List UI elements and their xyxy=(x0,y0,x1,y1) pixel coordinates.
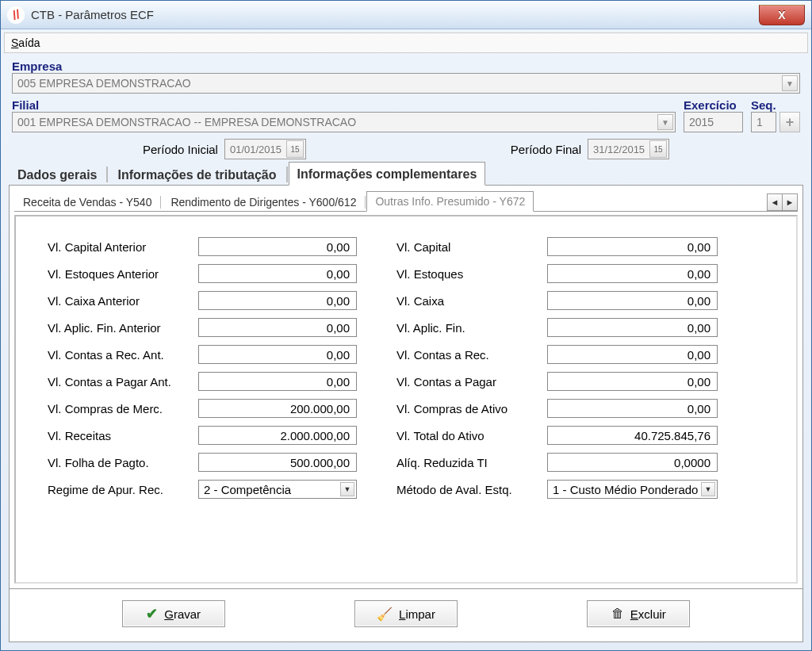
gravar-button[interactable]: ✔ Gravar xyxy=(122,600,225,627)
exercicio-field[interactable]: 2015 xyxy=(684,112,743,132)
numeric-input[interactable]: 0,00 xyxy=(198,237,357,256)
tab-informacoes-tributacao[interactable]: Informações de tributação xyxy=(109,163,285,186)
seq-label: Seq. xyxy=(751,98,800,112)
metodo-select[interactable]: 1 - Custo Médio Ponderado▼ xyxy=(547,480,718,499)
menubar: Saída xyxy=(4,33,808,53)
numeric-input[interactable]: 0,00 xyxy=(547,264,718,283)
numeric-input[interactable]: 0,00 xyxy=(198,291,357,310)
field-label: Vl. Contas a Rec. xyxy=(396,348,547,362)
empresa-combo[interactable]: 005 EMPRESA DEMONSTRACAO ▼ xyxy=(12,73,800,94)
field-label: Vl. Total do Ativo xyxy=(396,429,547,442)
close-button[interactable]: X xyxy=(759,5,805,25)
periodo-inicial-label: Período Inicial xyxy=(143,143,218,156)
field-label: Vl. Folha de Pagto. xyxy=(48,456,198,469)
dropdown-icon: ▼ xyxy=(340,482,354,496)
field-label: Vl. Contas a Pagar xyxy=(396,375,547,389)
subtab-y600[interactable]: Rendimento de Dirigentes - Y600/612 xyxy=(162,192,365,212)
numeric-input[interactable]: 0,00 xyxy=(198,372,357,391)
field-label: Vl. Contas a Pagar Ant. xyxy=(48,375,198,389)
filial-value: 001 EMPRESA DEMONSTRACAO -- EMPRESA DEMO… xyxy=(17,116,356,128)
subtabs-panel: Receita de Vendas - Y540 Rendimento de D… xyxy=(9,186,803,589)
field-label: Vl. Capital xyxy=(396,240,547,254)
regime-select[interactable]: 2 - Competência▼ xyxy=(198,480,357,499)
seq-add-button[interactable]: + xyxy=(779,112,800,132)
filial-combo[interactable]: 001 EMPRESA DEMONSTRACAO -- EMPRESA DEMO… xyxy=(12,112,676,132)
numeric-input[interactable]: 0,00 xyxy=(198,345,357,364)
dropdown-icon: ▼ xyxy=(657,114,673,130)
field-label: Vl. Estoques Anterior xyxy=(48,267,198,281)
trash-icon: 🗑 xyxy=(611,607,624,621)
field-label: Vl. Estoques xyxy=(396,267,547,281)
sub-tabs: Receita de Vendas - Y540 Rendimento de D… xyxy=(14,190,798,212)
field-label: Vl. Contas a Rec. Ant. xyxy=(48,348,198,362)
numeric-input[interactable]: 0,00 xyxy=(547,291,718,310)
numeric-input[interactable]: 0,00 xyxy=(547,372,718,391)
field-label: Vl. Aplic. Fin. Anterior xyxy=(48,321,198,335)
content-area: Empresa 005 EMPRESA DEMONSTRACAO ▼ Filia… xyxy=(1,53,811,650)
field-label: Vl. Compras de Merc. xyxy=(48,402,198,415)
dropdown-icon: ▼ xyxy=(701,482,715,496)
tab-scroll-left[interactable]: ◄ xyxy=(767,193,783,211)
calendar-icon[interactable]: 15 xyxy=(286,140,304,158)
field-label: Alíq. Reduzida TI xyxy=(396,456,547,469)
exercicio-value: 2015 xyxy=(689,116,714,128)
numeric-input[interactable]: 500.000,00 xyxy=(198,453,357,472)
numeric-input[interactable]: 200.000,00 xyxy=(198,399,357,418)
filial-label: Filial xyxy=(12,98,676,112)
broom-icon: 🧹 xyxy=(377,607,393,622)
numeric-input[interactable]: 0,00 xyxy=(198,318,357,337)
field-label: Vl. Caixa xyxy=(396,294,547,308)
empresa-value: 005 EMPRESA DEMONSTRACAO xyxy=(17,77,191,90)
form-panel: Vl. Capital Anterior0,00Vl. Capital0,00V… xyxy=(14,215,798,584)
subtab-y672[interactable]: Outras Info. Presumido - Y672 xyxy=(366,191,534,212)
field-label: Vl. Capital Anterior xyxy=(48,240,198,254)
periodo-inicial-value: 01/01/2015 xyxy=(230,144,282,155)
periodo-inicial-field[interactable]: 01/01/2015 15 xyxy=(224,139,306,159)
subtab-y540[interactable]: Receita de Vendas - Y540 xyxy=(14,192,160,212)
app-window: // CTB - Parâmetros ECF X Saída Empresa … xyxy=(0,0,812,651)
window-title: CTB - Parâmetros ECF xyxy=(31,8,154,21)
numeric-input[interactable]: 0,0000 xyxy=(547,453,718,472)
app-logo-icon: // xyxy=(7,6,25,24)
dropdown-icon: ▼ xyxy=(782,75,798,91)
main-tabs: Dados gerais Informações de tributação I… xyxy=(9,161,803,186)
numeric-input[interactable]: 40.725.845,76 xyxy=(547,426,718,445)
numeric-input[interactable]: 2.000.000,00 xyxy=(198,426,357,445)
numeric-input[interactable]: 0,00 xyxy=(547,318,718,337)
field-label: Vl. Caixa Anterior xyxy=(48,294,198,308)
field-label: Vl. Receitas xyxy=(48,429,198,442)
tab-informacoes-complementares[interactable]: Informações complementares xyxy=(289,162,486,186)
numeric-input[interactable]: 0,00 xyxy=(198,264,357,283)
tab-dados-gerais[interactable]: Dados gerais xyxy=(9,163,105,186)
excluir-button[interactable]: 🗑 Excluir xyxy=(587,600,690,627)
numeric-input[interactable]: 0,00 xyxy=(547,399,718,418)
limpar-button[interactable]: 🧹 Limpar xyxy=(354,600,458,627)
calendar-icon[interactable]: 15 xyxy=(649,140,667,158)
periodo-final-label: Período Final xyxy=(511,143,581,156)
check-icon: ✔ xyxy=(146,605,158,622)
metodo-label: Método de Aval. Estq. xyxy=(396,483,547,496)
periodo-final-value: 31/12/2015 xyxy=(593,144,645,155)
field-label: Vl. Compras de Ativo xyxy=(396,402,547,415)
tab-scroll-right[interactable]: ► xyxy=(782,193,798,211)
exercicio-label: Exercício xyxy=(684,98,743,112)
seq-value: 1 xyxy=(756,116,763,128)
empresa-label: Empresa xyxy=(12,59,800,73)
numeric-input[interactable]: 0,00 xyxy=(547,345,718,364)
field-label: Vl. Aplic. Fin. xyxy=(396,321,547,335)
menu-saida[interactable]: Saída xyxy=(11,36,40,49)
numeric-input[interactable]: 0,00 xyxy=(547,237,718,256)
seq-field[interactable]: 1 xyxy=(751,112,776,132)
titlebar: // CTB - Parâmetros ECF X xyxy=(1,1,811,29)
regime-label: Regime de Apur. Rec. xyxy=(48,483,198,496)
periodo-final-field[interactable]: 31/12/2015 15 xyxy=(588,139,669,159)
footer-buttons: ✔ Gravar 🧹 Limpar 🗑 Excluir xyxy=(9,589,803,642)
